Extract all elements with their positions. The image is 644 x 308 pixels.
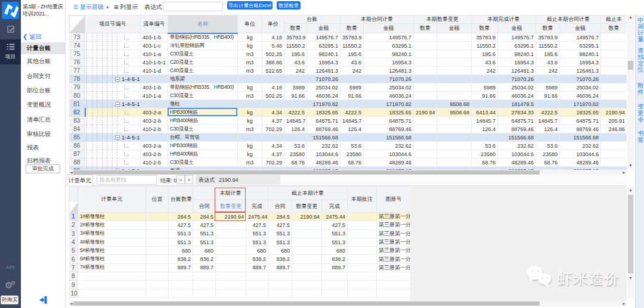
svg-text:⚙: ⚙ xyxy=(11,280,16,286)
